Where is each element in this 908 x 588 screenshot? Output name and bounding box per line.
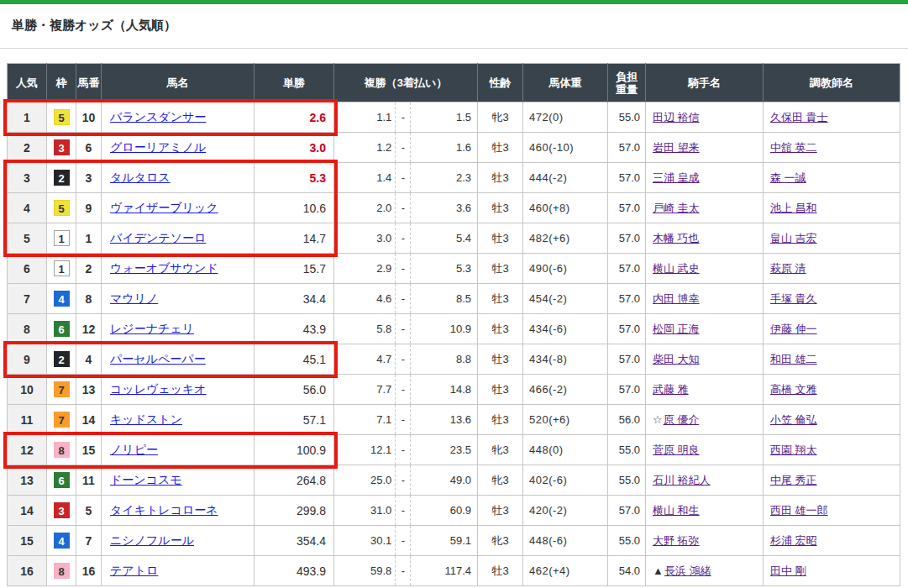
trainer-link[interactable]: 田中 剛 [770,564,806,577]
trainer-link[interactable]: 久保田 貴士 [770,111,828,123]
place-odds-range: 12.1 - 23.5 [334,435,477,465]
trainer-link[interactable]: 杉浦 宏昭 [770,534,817,547]
place-odds-range: 31.0 - 60.9 [334,496,477,525]
jockey-link[interactable]: 三浦 皇成 [653,171,700,184]
jockey-link[interactable]: 田辺 裕信 [653,111,700,123]
jockey-link[interactable]: 柴田 大知 [653,353,700,365]
horse-link[interactable]: ノリピー [110,443,158,456]
load-weight-cell: 55.0 [608,526,646,556]
place-odds-low: 7.7 [334,375,396,404]
horse-link[interactable]: バイデンテソーロ [110,231,206,244]
place-odds-cell: 59.8 - 117.4 [334,556,478,586]
trainer-link[interactable]: 森 一誠 [770,171,806,184]
trainer-cell: 伊藤 伸一 [764,314,900,344]
trainer-cell: 中尾 秀正 [764,465,900,496]
sex-age-cell: 牡3 [478,405,523,435]
horse-number-cell: 8 [76,284,102,314]
horse-link[interactable]: テアトロ [110,564,158,577]
place-odds-separator: - [396,223,411,253]
jockey-link[interactable]: 戸崎 圭太 [653,202,700,214]
jockey-cell: 松岡 正海 [646,314,764,344]
load-weight-cell: 57.0 [608,284,646,314]
trainer-link[interactable]: 中舘 英二 [770,141,817,154]
jockey-cell: 木幡 巧也 [646,223,764,254]
win-odds-cell: 14.7 [255,223,334,254]
place-odds-low: 25.0 [334,465,396,495]
rank-cell: 11 [8,405,47,435]
horse-link[interactable]: パーセルペーパー [110,352,206,365]
trainer-link[interactable]: 手塚 貴久 [770,292,817,305]
jockey-link[interactable]: 菅原 明良 [653,444,700,456]
horse-link[interactable]: コッレヴェッキオ [110,382,207,396]
jockey-link[interactable]: 木幡 巧也 [653,232,700,244]
place-odds-cell: 7.7 - 14.8 [334,375,478,405]
frame-cell: 2 [47,163,76,193]
weight-cell: 448(0) [523,435,608,465]
jockey-link[interactable]: 長浜 鴻緒 [664,564,711,577]
trainer-link[interactable]: 中尾 秀正 [770,474,817,486]
table-row: 11 7 14 キッドストン 57.1 7.1 - 13.6 牡3 520(+6… [8,405,900,435]
place-odds-separator: - [396,496,411,525]
jockey-link[interactable]: 武藤 雅 [653,383,689,396]
horse-link[interactable]: ドーンコスモ [110,473,182,486]
place-odds-high: 1.6 [411,133,477,162]
place-odds-cell: 5.8 - 10.9 [334,314,478,344]
horse-link[interactable]: タルタロス [110,171,171,184]
rank-cell: 13 [8,465,47,496]
place-odds-separator: - [396,465,411,495]
trainer-link[interactable]: 西田 雄一郎 [770,504,828,517]
rank-cell: 10 [8,375,47,405]
horse-number-cell: 7 [76,526,102,556]
jockey-link[interactable]: 岩田 望来 [653,141,700,154]
trainer-link[interactable]: 池上 昌和 [770,202,817,214]
jockey-cell: ☆原 優介 [646,405,764,435]
horse-link[interactable]: ヴァイザーブリック [110,201,218,214]
rank-cell: 4 [8,193,47,223]
frame-cell: 8 [47,435,76,465]
frame-cell: 1 [47,223,76,254]
trainer-link[interactable]: 小笠 倫弘 [770,413,817,426]
horse-link[interactable]: ニシノフルール [110,533,194,547]
jockey-link[interactable]: 石川 裕紀人 [653,474,711,486]
horse-link[interactable]: タイキトレコローネ [110,503,218,517]
place-odds-low: 30.1 [334,526,396,555]
horse-link[interactable]: グローリアミノル [110,140,206,154]
place-odds-low: 59.8 [334,556,396,585]
trainer-link[interactable]: 萩原 清 [770,262,806,275]
trainer-link[interactable]: 和田 雄二 [770,353,817,365]
jockey-link[interactable]: 松岡 正海 [653,323,700,335]
rank-cell: 5 [8,223,47,254]
jockey-link[interactable]: 原 優介 [664,413,700,426]
frame-number-badge: 6 [54,321,70,337]
horse-link[interactable]: マウリノ [110,291,158,305]
sex-age-cell: 牡3 [478,254,523,284]
sex-age-cell: 牝3 [478,102,523,133]
jockey-link[interactable]: 横山 和生 [653,504,700,517]
jockey-link[interactable]: 内田 博幸 [653,292,700,305]
weight-cell: 448(-6) [523,526,608,556]
trainer-cell: 高橋 文雅 [764,375,900,405]
win-odds-cell: 299.8 [255,496,334,526]
place-odds-separator: - [396,375,411,404]
horse-link[interactable]: バランスダンサー [110,110,206,123]
horse-link[interactable]: ウォーオブサウンド [110,261,218,275]
horse-name-cell: ニシノフルール [102,526,255,556]
place-odds-range: 25.0 - 49.0 [334,465,477,495]
col-header-trainer: 調教師名 [764,64,900,102]
trainer-link[interactable]: 畠山 吉宏 [770,232,817,244]
place-odds-high: 2.3 [411,163,477,192]
trainer-link[interactable]: 西園 翔太 [770,444,817,456]
weight-cell: 472(0) [523,102,608,133]
horse-link[interactable]: レジーナチェリ [110,322,194,335]
jockey-link[interactable]: 横山 武史 [653,262,700,275]
place-odds-low: 2.9 [334,254,396,283]
jockey-link[interactable]: 大野 拓弥 [653,534,700,547]
trainer-link[interactable]: 高橋 文雅 [770,383,817,396]
frame-number-badge: 2 [54,170,70,186]
trainer-link[interactable]: 伊藤 伸一 [770,323,817,335]
frame-number-badge: 6 [54,472,70,488]
odds-table: 人気 枠 馬番 馬名 単勝 複勝（3着払い） 性齢 馬体重 負担 重量 騎手名 … [7,63,900,586]
win-odds-cell: 56.0 [255,375,334,405]
horse-link[interactable]: キッドストン [110,412,182,426]
col-header-frame: 枠 [47,64,76,102]
